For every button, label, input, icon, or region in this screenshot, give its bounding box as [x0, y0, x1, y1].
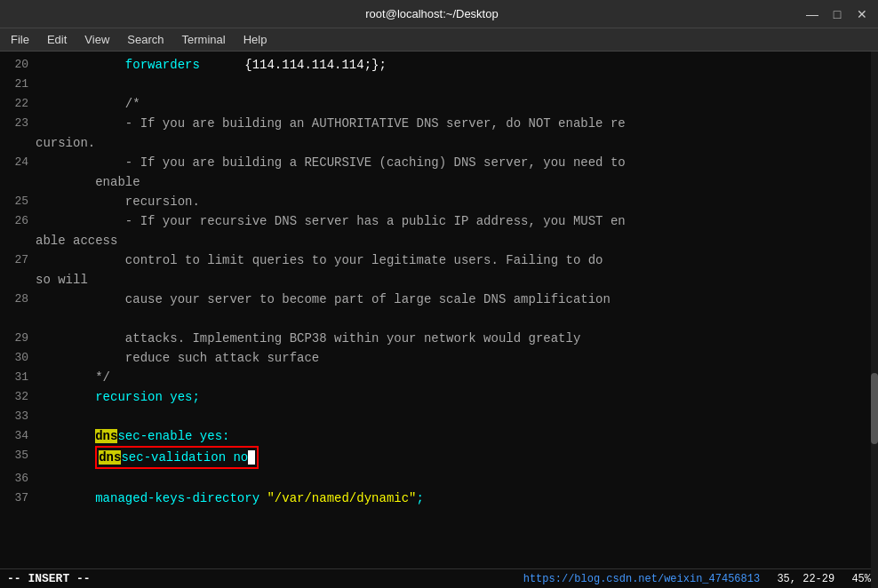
scrollbar[interactable] — [871, 52, 878, 588]
status-right: https://blog.csdn.net/weixin_47456813 35… — [523, 573, 871, 585]
titlebar-title: root@localhost:~/Desktop — [60, 7, 803, 20]
line-23: 23 - If you are building an AUTHORITATIV… — [0, 114, 878, 133]
line-23-wrap: cursion. — [0, 133, 878, 153]
line-27-wrap: so will — [0, 270, 878, 290]
line-32: 32 recursion yes; — [0, 387, 878, 407]
line-36: 36 — [0, 469, 878, 489]
line-37: 37 managed-keys-directory "/var/named/dy… — [0, 489, 878, 508]
line-24-wrap: enable — [0, 172, 878, 192]
line-25: 25 recursion. — [0, 192, 878, 211]
line-22: 22 /* — [0, 94, 878, 114]
titlebar-buttons: — □ ✕ — [803, 7, 871, 21]
scrollbar-thumb[interactable] — [871, 373, 878, 444]
status-position: 35, 22-29 — [777, 573, 834, 585]
line-21: 21 — [0, 75, 878, 94]
menu-search[interactable]: Search — [120, 31, 171, 48]
close-button[interactable]: ✕ — [853, 7, 871, 21]
line-28: 28 cause your server to become part of l… — [0, 290, 878, 309]
titlebar: root@localhost:~/Desktop — □ ✕ — [0, 0, 878, 28]
menu-file[interactable]: File — [4, 31, 36, 48]
minimize-button[interactable]: — — [803, 7, 821, 21]
menubar: File Edit View Search Terminal Help — [0, 28, 878, 52]
statusbar: -- INSERT -- https://blog.csdn.net/weixi… — [0, 568, 878, 588]
line-28-wrap — [0, 309, 878, 329]
status-link: https://blog.csdn.net/weixin_47456813 — [523, 573, 760, 585]
line-27: 27 control to limit queries to your legi… — [0, 250, 878, 270]
line-29: 29 attacks. Implementing BCP38 within yo… — [0, 329, 878, 348]
line-26: 26 - If your recursive DNS server has a … — [0, 211, 878, 231]
menu-terminal[interactable]: Terminal — [175, 31, 233, 48]
code-area: 20 forwarders {114.114.114.114;}; 21 22 … — [0, 55, 878, 561]
line-20: 20 forwarders {114.114.114.114;}; — [0, 55, 878, 75]
maximize-button[interactable]: □ — [828, 7, 846, 21]
status-percent: 45% — [851, 573, 871, 585]
line-30: 30 reduce such attack surface — [0, 348, 878, 368]
menu-edit[interactable]: Edit — [40, 31, 74, 48]
line-24: 24 - If you are building a RECURSIVE (ca… — [0, 153, 878, 172]
line-33: 33 — [0, 407, 878, 426]
line-26-wrap: able access — [0, 231, 878, 250]
line-34: 34 dnssec-enable yes: — [0, 426, 878, 446]
line-31: 31 */ — [0, 368, 878, 387]
insert-mode-indicator: -- INSERT -- — [7, 572, 91, 585]
terminal: 20 forwarders {114.114.114.114;}; 21 22 … — [0, 52, 878, 588]
menu-view[interactable]: View — [77, 31, 116, 48]
menu-help[interactable]: Help — [236, 31, 275, 48]
line-35: 35 dnssec-validation no — [0, 446, 878, 469]
